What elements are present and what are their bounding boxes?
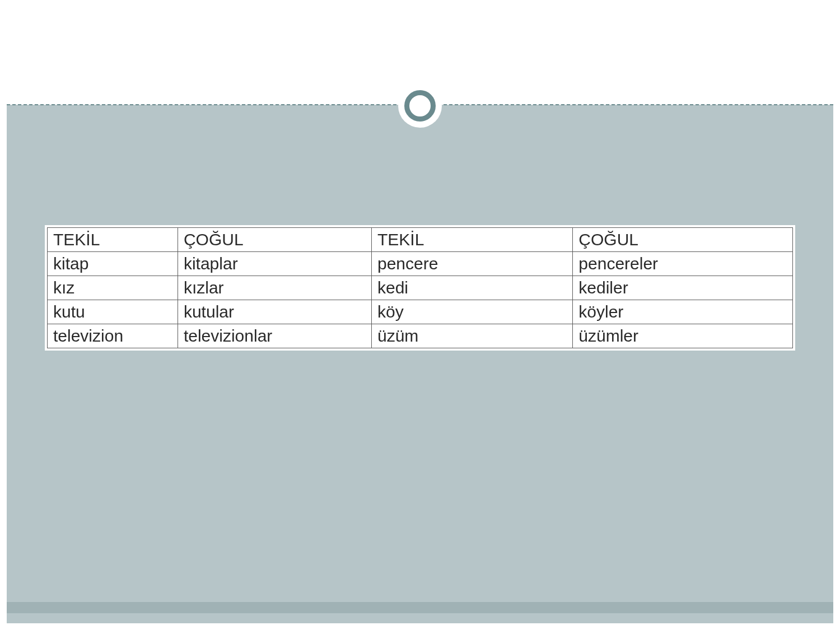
table-header-row: TEKİL ÇOĞUL TEKİL ÇOĞUL [48, 228, 793, 252]
table-cell: üzümler [573, 324, 793, 348]
table-row: kitap kitaplar pencere pencereler [48, 252, 793, 276]
table-header-cell: TEKİL [371, 228, 572, 252]
table-row: kutu kutular köy köyler [48, 300, 793, 324]
table-header-cell: ÇOĞUL [178, 228, 371, 252]
table-cell: kedi [371, 276, 572, 300]
table-cell: üzüm [371, 324, 572, 348]
table-header-cell: ÇOĞUL [573, 228, 793, 252]
table-cell: köyler [573, 300, 793, 324]
footer-bar [7, 602, 833, 613]
table-row: televizion televizionlar üzüm üzümler [48, 324, 793, 348]
body-area [7, 105, 833, 623]
table-row: kız kızlar kedi kediler [48, 276, 793, 300]
table-cell: kediler [573, 276, 793, 300]
table-cell: kitap [48, 252, 178, 276]
table-cell: pencere [371, 252, 572, 276]
table-cell: televizion [48, 324, 178, 348]
table: TEKİL ÇOĞUL TEKİL ÇOĞUL kitap kitaplar p… [47, 227, 793, 348]
slide-container: TEKİL ÇOĞUL TEKİL ÇOĞUL kitap kitaplar p… [7, 7, 833, 623]
vocabulary-table: TEKİL ÇOĞUL TEKİL ÇOĞUL kitap kitaplar p… [45, 225, 795, 351]
table-header-cell: TEKİL [48, 228, 178, 252]
circle-ring-icon [404, 90, 436, 122]
table-cell: televizionlar [178, 324, 371, 348]
table-cell: kutular [178, 300, 371, 324]
table-cell: kız [48, 276, 178, 300]
table-cell: pencereler [573, 252, 793, 276]
table-cell: kutu [48, 300, 178, 324]
table-cell: kitaplar [178, 252, 371, 276]
table-cell: kızlar [178, 276, 371, 300]
table-cell: köy [371, 300, 572, 324]
circle-decoration [398, 84, 442, 128]
